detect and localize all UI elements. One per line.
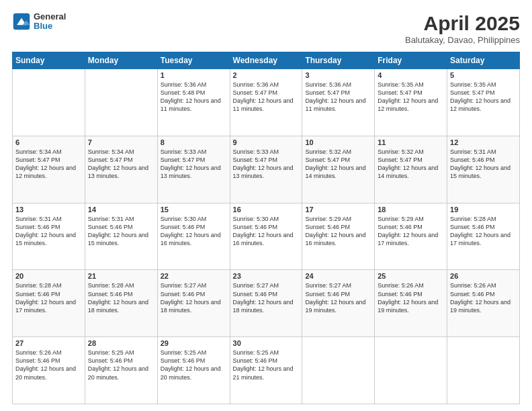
calendar-cell: 5Sunrise: 5:35 AM Sunset: 5:47 PM Daylig… bbox=[447, 69, 520, 136]
day-info: Sunrise: 5:26 AM Sunset: 5:46 PM Dayligh… bbox=[450, 281, 517, 314]
calendar-cell bbox=[13, 69, 85, 136]
page-header: General Blue April 2025 Balutakay, Davao… bbox=[12, 12, 520, 45]
day-number: 6 bbox=[15, 138, 82, 146]
day-number: 9 bbox=[233, 138, 300, 146]
calendar-cell: 6Sunrise: 5:34 AM Sunset: 5:47 PM Daylig… bbox=[13, 136, 85, 203]
calendar-cell: 14Sunrise: 5:31 AM Sunset: 5:46 PM Dayli… bbox=[85, 203, 157, 270]
day-number: 22 bbox=[161, 272, 227, 280]
day-header-saturday: Saturday bbox=[447, 52, 520, 69]
day-info: Sunrise: 5:31 AM Sunset: 5:46 PM Dayligh… bbox=[15, 215, 82, 248]
logo-blue: Blue bbox=[34, 21, 66, 31]
day-info: Sunrise: 5:36 AM Sunset: 5:48 PM Dayligh… bbox=[161, 81, 227, 113]
calendar-cell: 7Sunrise: 5:34 AM Sunset: 5:47 PM Daylig… bbox=[85, 136, 157, 203]
calendar-cell: 2Sunrise: 5:36 AM Sunset: 5:47 PM Daylig… bbox=[230, 69, 302, 136]
day-info: Sunrise: 5:34 AM Sunset: 5:47 PM Dayligh… bbox=[88, 148, 154, 181]
calendar-cell: 30Sunrise: 5:25 AM Sunset: 5:46 PM Dayli… bbox=[230, 337, 302, 404]
calendar-week-row: 20Sunrise: 5:28 AM Sunset: 5:46 PM Dayli… bbox=[13, 270, 520, 337]
calendar-cell: 23Sunrise: 5:27 AM Sunset: 5:46 PM Dayli… bbox=[230, 270, 302, 337]
calendar-page: General Blue April 2025 Balutakay, Davao… bbox=[0, 0, 532, 411]
day-info: Sunrise: 5:29 AM Sunset: 5:46 PM Dayligh… bbox=[378, 215, 444, 248]
day-info: Sunrise: 5:31 AM Sunset: 5:46 PM Dayligh… bbox=[88, 215, 154, 248]
day-number: 5 bbox=[450, 71, 517, 79]
day-number: 27 bbox=[15, 339, 82, 347]
day-number: 23 bbox=[233, 272, 300, 280]
day-info: Sunrise: 5:28 AM Sunset: 5:46 PM Dayligh… bbox=[88, 281, 154, 314]
calendar-header-row: SundayMondayTuesdayWednesdayThursdayFrid… bbox=[13, 52, 520, 69]
day-number: 13 bbox=[15, 205, 82, 214]
calendar-cell: 13Sunrise: 5:31 AM Sunset: 5:46 PM Dayli… bbox=[13, 203, 85, 270]
calendar-week-row: 13Sunrise: 5:31 AM Sunset: 5:46 PM Dayli… bbox=[13, 203, 520, 270]
day-number: 1 bbox=[161, 71, 227, 79]
day-info: Sunrise: 5:36 AM Sunset: 5:47 PM Dayligh… bbox=[305, 81, 371, 113]
calendar-cell: 19Sunrise: 5:28 AM Sunset: 5:46 PM Dayli… bbox=[447, 203, 520, 270]
day-info: Sunrise: 5:35 AM Sunset: 5:47 PM Dayligh… bbox=[450, 81, 517, 113]
day-info: Sunrise: 5:31 AM Sunset: 5:46 PM Dayligh… bbox=[450, 148, 517, 181]
calendar-cell: 27Sunrise: 5:26 AM Sunset: 5:46 PM Dayli… bbox=[13, 337, 85, 404]
calendar-cell: 24Sunrise: 5:27 AM Sunset: 5:46 PM Dayli… bbox=[302, 270, 375, 337]
day-info: Sunrise: 5:26 AM Sunset: 5:46 PM Dayligh… bbox=[378, 281, 444, 314]
calendar-cell bbox=[85, 69, 157, 136]
title-block: April 2025 Balutakay, Davao, Philippines bbox=[405, 12, 520, 45]
calendar-cell: 15Sunrise: 5:30 AM Sunset: 5:46 PM Dayli… bbox=[157, 203, 230, 270]
calendar-cell: 29Sunrise: 5:25 AM Sunset: 5:46 PM Dayli… bbox=[157, 337, 230, 404]
day-info: Sunrise: 5:35 AM Sunset: 5:47 PM Dayligh… bbox=[378, 81, 444, 113]
day-info: Sunrise: 5:25 AM Sunset: 5:46 PM Dayligh… bbox=[233, 349, 300, 381]
day-number: 21 bbox=[88, 272, 154, 280]
day-header-tuesday: Tuesday bbox=[157, 52, 230, 69]
calendar-cell: 16Sunrise: 5:30 AM Sunset: 5:46 PM Dayli… bbox=[230, 203, 302, 270]
calendar-week-row: 6Sunrise: 5:34 AM Sunset: 5:47 PM Daylig… bbox=[13, 136, 520, 203]
day-info: Sunrise: 5:30 AM Sunset: 5:46 PM Dayligh… bbox=[161, 215, 227, 248]
day-header-thursday: Thursday bbox=[302, 52, 375, 69]
day-header-monday: Monday bbox=[85, 52, 157, 69]
calendar-cell: 3Sunrise: 5:36 AM Sunset: 5:47 PM Daylig… bbox=[302, 69, 375, 136]
day-number: 15 bbox=[161, 205, 227, 214]
calendar-cell: 20Sunrise: 5:28 AM Sunset: 5:46 PM Dayli… bbox=[13, 270, 85, 337]
calendar-subtitle: Balutakay, Davao, Philippines bbox=[405, 35, 520, 45]
day-info: Sunrise: 5:33 AM Sunset: 5:47 PM Dayligh… bbox=[233, 148, 300, 181]
day-number: 24 bbox=[305, 272, 371, 280]
day-number: 14 bbox=[88, 205, 154, 214]
day-number: 8 bbox=[161, 138, 227, 146]
day-info: Sunrise: 5:25 AM Sunset: 5:46 PM Dayligh… bbox=[161, 349, 227, 381]
day-header-sunday: Sunday bbox=[13, 52, 85, 69]
day-info: Sunrise: 5:27 AM Sunset: 5:46 PM Dayligh… bbox=[305, 281, 371, 314]
day-header-friday: Friday bbox=[375, 52, 447, 69]
day-number: 3 bbox=[305, 71, 371, 79]
day-info: Sunrise: 5:32 AM Sunset: 5:47 PM Dayligh… bbox=[305, 148, 371, 181]
day-info: Sunrise: 5:27 AM Sunset: 5:46 PM Dayligh… bbox=[161, 281, 227, 314]
calendar-title: April 2025 bbox=[405, 12, 520, 35]
logo-icon bbox=[12, 12, 31, 31]
calendar-week-row: 27Sunrise: 5:26 AM Sunset: 5:46 PM Dayli… bbox=[13, 337, 520, 404]
day-number: 4 bbox=[378, 71, 444, 79]
day-number: 25 bbox=[378, 272, 444, 280]
day-info: Sunrise: 5:28 AM Sunset: 5:46 PM Dayligh… bbox=[15, 281, 82, 314]
day-info: Sunrise: 5:30 AM Sunset: 5:46 PM Dayligh… bbox=[233, 215, 300, 248]
day-number: 10 bbox=[305, 138, 371, 146]
day-number: 16 bbox=[233, 205, 300, 214]
day-info: Sunrise: 5:33 AM Sunset: 5:47 PM Dayligh… bbox=[161, 148, 227, 181]
calendar-cell: 8Sunrise: 5:33 AM Sunset: 5:47 PM Daylig… bbox=[157, 136, 230, 203]
calendar-week-row: 1Sunrise: 5:36 AM Sunset: 5:48 PM Daylig… bbox=[13, 69, 520, 136]
day-number: 11 bbox=[378, 138, 444, 146]
day-header-wednesday: Wednesday bbox=[230, 52, 302, 69]
logo-general: General bbox=[34, 12, 66, 21]
calendar-cell: 21Sunrise: 5:28 AM Sunset: 5:46 PM Dayli… bbox=[85, 270, 157, 337]
logo-text: General Blue bbox=[34, 12, 66, 32]
day-info: Sunrise: 5:36 AM Sunset: 5:47 PM Dayligh… bbox=[233, 81, 300, 113]
day-number: 7 bbox=[88, 138, 154, 146]
day-info: Sunrise: 5:27 AM Sunset: 5:46 PM Dayligh… bbox=[233, 281, 300, 314]
day-number: 28 bbox=[88, 339, 154, 347]
day-number: 30 bbox=[233, 339, 300, 347]
day-info: Sunrise: 5:34 AM Sunset: 5:47 PM Dayligh… bbox=[15, 148, 82, 181]
day-info: Sunrise: 5:32 AM Sunset: 5:47 PM Dayligh… bbox=[378, 148, 444, 181]
day-number: 12 bbox=[450, 138, 517, 146]
calendar-cell: 28Sunrise: 5:25 AM Sunset: 5:46 PM Dayli… bbox=[85, 337, 157, 404]
calendar-cell: 4Sunrise: 5:35 AM Sunset: 5:47 PM Daylig… bbox=[375, 69, 447, 136]
day-number: 20 bbox=[15, 272, 82, 280]
day-number: 29 bbox=[161, 339, 227, 347]
calendar-cell bbox=[447, 337, 520, 404]
day-number: 26 bbox=[450, 272, 517, 280]
calendar-cell: 26Sunrise: 5:26 AM Sunset: 5:46 PM Dayli… bbox=[447, 270, 520, 337]
calendar-cell: 17Sunrise: 5:29 AM Sunset: 5:46 PM Dayli… bbox=[302, 203, 375, 270]
calendar-cell: 1Sunrise: 5:36 AM Sunset: 5:48 PM Daylig… bbox=[157, 69, 230, 136]
